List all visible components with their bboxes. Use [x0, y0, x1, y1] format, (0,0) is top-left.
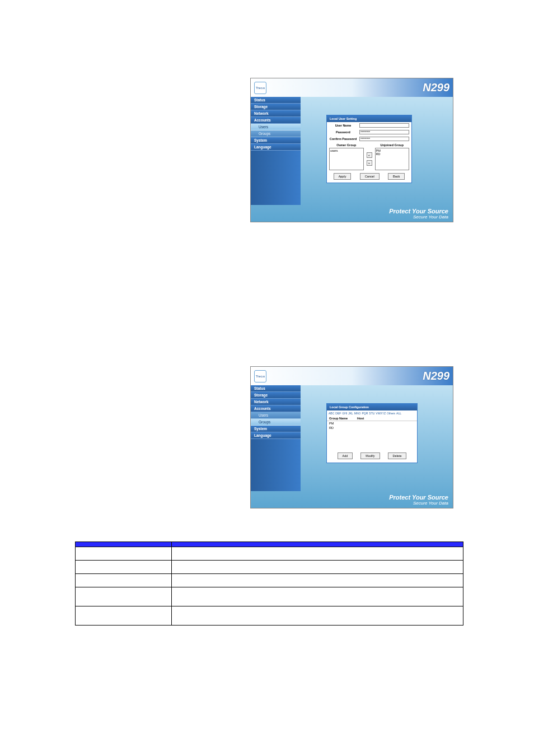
owner-group-list[interactable]: users — [329, 148, 364, 170]
unjoined-group-list[interactable]: PM RD — [375, 148, 410, 170]
model-label: N299 — [423, 370, 449, 382]
sidebar-item-system[interactable]: System — [251, 137, 301, 144]
table-header-item — [76, 542, 172, 547]
alpha-filter: ABC DEF GHI JKL MNO PQR STU VWXYZ Others… — [327, 410, 417, 416]
app-header: Thecus N299 — [251, 367, 453, 385]
local-user-setting-panel: Local User Setting User Name Password Co… — [326, 115, 412, 183]
password-label: Password — [329, 130, 357, 134]
cancel-button[interactable]: Cancel — [360, 173, 380, 180]
panel-title: Local Group Configuration — [327, 404, 417, 410]
app-header: Thecus N299 — [251, 78, 453, 97]
tagline: Protect Your Source Secure Your Data — [389, 494, 448, 506]
screenshot-user-setting: Thecus N299 Status Storage Network Accou… — [250, 78, 453, 222]
apply-button[interactable]: Apply — [334, 173, 352, 180]
chevron-left-icon: « — [368, 153, 370, 157]
tagline: Protect Your Source Secure Your Data — [389, 208, 448, 220]
cell-host — [357, 422, 415, 425]
sidebar-item-users[interactable]: Users — [251, 412, 301, 419]
confirm-password-input[interactable] — [359, 137, 409, 141]
alpha-link[interactable]: Others — [387, 412, 395, 415]
username-input[interactable] — [359, 123, 409, 128]
panel-title: Local User Setting — [327, 115, 411, 122]
sidebar-item-users[interactable]: Users — [251, 124, 301, 130]
sidebar-item-storage[interactable]: Storage — [251, 104, 301, 110]
alpha-link[interactable]: ALL — [396, 412, 401, 415]
sidebar-item-status[interactable]: Status — [251, 97, 301, 104]
alpha-link[interactable]: VWXYZ — [376, 412, 386, 415]
sidebar-item-groups[interactable]: Groups — [251, 130, 301, 137]
password-input[interactable] — [359, 130, 409, 134]
table-row — [76, 574, 463, 587]
table-row — [76, 606, 463, 626]
alpha-link[interactable]: DEF — [335, 412, 341, 415]
cell-group-name: RD — [329, 426, 357, 430]
sidebar-item-accounts[interactable]: Accounts — [251, 405, 301, 412]
col-host: Host — [357, 417, 415, 420]
modify-button[interactable]: Modify — [360, 452, 380, 459]
alpha-link[interactable]: PQR — [362, 412, 368, 415]
sidebar-item-language[interactable]: Language — [251, 144, 301, 151]
sidebar-item-system[interactable]: System — [251, 426, 301, 432]
cell-host — [357, 426, 415, 430]
delete-button[interactable]: Delete — [388, 452, 407, 459]
alpha-link[interactable]: ABC — [329, 412, 334, 415]
sidebar-item-groups[interactable]: Groups — [251, 419, 301, 426]
model-label: N299 — [423, 81, 449, 94]
table-row — [76, 547, 463, 561]
confirm-password-label: Confirm Password — [329, 137, 357, 141]
move-left-button[interactable]: « — [367, 152, 372, 158]
table-row[interactable]: RD — [327, 426, 417, 430]
sidebar-item-storage[interactable]: Storage — [251, 392, 301, 399]
alpha-link[interactable]: MNO — [354, 412, 361, 415]
add-button[interactable]: Add — [338, 452, 353, 459]
sidebar-item-language[interactable]: Language — [251, 432, 301, 439]
alpha-link[interactable]: GHI — [342, 412, 347, 415]
alpha-link[interactable]: JKL — [348, 412, 353, 415]
username-label: User Name — [329, 124, 357, 127]
brand-logo: Thecus — [254, 370, 266, 382]
description-table — [75, 542, 463, 626]
alpha-link[interactable]: STU — [369, 412, 374, 415]
chevron-right-icon: » — [368, 161, 370, 165]
cell-group-name: PM — [329, 422, 357, 425]
list-item[interactable]: users — [330, 149, 363, 152]
sidebar-item-status[interactable]: Status — [251, 385, 301, 392]
back-button[interactable]: Back — [388, 173, 405, 180]
unjoined-group-header: Unjoined Group — [375, 143, 410, 147]
brand-logo: Thecus — [254, 82, 266, 94]
sidebar-item-network[interactable]: Network — [251, 110, 301, 117]
sidebar-item-accounts[interactable]: Accounts — [251, 117, 301, 124]
list-item[interactable]: RD — [376, 152, 409, 156]
local-group-config-panel: Local Group Configuration ABC DEF GHI JK… — [326, 403, 418, 463]
col-group-name: Group Name — [329, 417, 357, 420]
sidebar: Status Storage Network Accounts Users Gr… — [251, 97, 301, 205]
screenshot-group-config: Thecus N299 Status Storage Network Accou… — [250, 366, 453, 508]
sidebar-item-network[interactable]: Network — [251, 399, 301, 405]
table-header-desc — [172, 542, 463, 547]
table-row — [76, 587, 463, 606]
owner-group-header: Owner Group — [329, 143, 364, 147]
move-right-button[interactable]: » — [367, 160, 372, 166]
table-row — [76, 561, 463, 574]
sidebar: Status Storage Network Accounts Users Gr… — [251, 385, 301, 491]
table-row[interactable]: PM — [327, 421, 417, 426]
